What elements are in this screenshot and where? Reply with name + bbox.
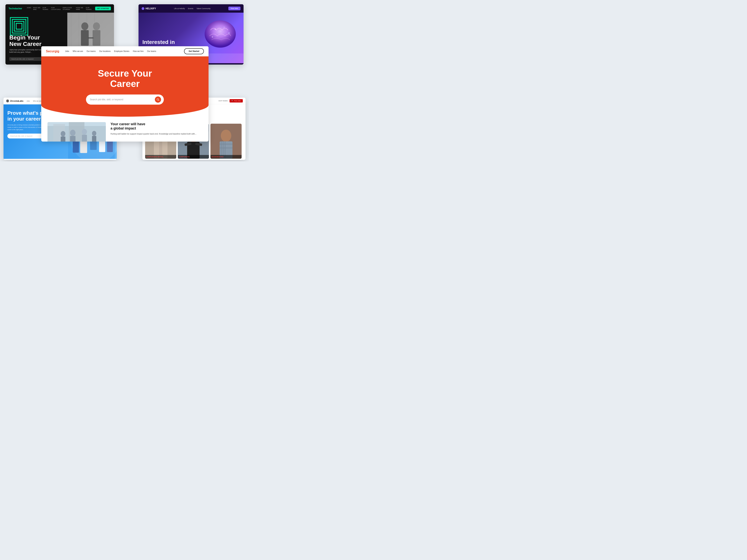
- search-icon: [156, 98, 159, 101]
- svg-point-17: [228, 32, 230, 34]
- securgig-hero-title: Secure Your Career: [98, 69, 152, 89]
- helixify-logo-icon: [141, 7, 144, 10]
- techstacker-nav: Techstacker JOBS WHO WE ARE OUR TEAMS OU…: [5, 4, 114, 12]
- techstacker-search-bar[interactable]: Search job title, skill, or keyword: [9, 57, 44, 61]
- techstacker-logo-text1: Tech: [8, 7, 14, 10]
- securgig-get-started-button[interactable]: Get Started: [184, 48, 204, 54]
- securgig-search-bar[interactable]: Search job title, skill, or keyword: [86, 95, 164, 105]
- ts-nav-employee-stories[interactable]: EMPLOYEE STORIES: [62, 7, 74, 10]
- techstacker-logo: Techstacker: [8, 7, 22, 10]
- securgig-nav-items: Jobs Who we are Our teams Our locations …: [65, 50, 184, 52]
- svg-point-27: [70, 130, 76, 136]
- svg-rect-30: [82, 135, 87, 141]
- helixify-logo-text: HELIXIFY: [146, 7, 156, 10]
- ts-search-placeholder: Search job title, skill, or keyword: [11, 58, 33, 60]
- hx-nav-talent[interactable]: Talent Community: [197, 7, 210, 9]
- ts-nav-teams[interactable]: OUR TEAMS: [43, 7, 49, 10]
- sg-nav-our-teams[interactable]: Our teams: [147, 50, 156, 52]
- securgig-content-title: Your career will have a global impact: [110, 122, 202, 131]
- helixify-find-jobs-button[interactable]: Find Jobs: [228, 7, 240, 10]
- techstacker-logo-bg: [9, 17, 29, 36]
- ts-title-line1: Begin Your: [9, 34, 40, 41]
- securgig-content-text: Your career will have a global impact Hu…: [110, 122, 202, 141]
- hx-nav-events[interactable]: Events: [188, 7, 194, 9]
- svg-rect-10: [81, 30, 89, 46]
- securgig-nav: Securgig Jobs Who we are Our teams Our l…: [41, 46, 209, 56]
- sg-nav-locations[interactable]: Our locations: [99, 50, 111, 52]
- svg-point-25: [61, 131, 66, 136]
- zc-nav-who[interactable]: Who we are: [33, 100, 41, 102]
- helixify-logo: HELIXIFY: [141, 7, 156, 10]
- helixify-nav-items: Life at Helixify Events Talent Community: [160, 7, 225, 9]
- svg-point-55: [221, 130, 231, 142]
- zirconia-logo-icon: [6, 100, 9, 102]
- svg-point-31: [92, 131, 96, 136]
- team-card-bookmaking[interactable]: BOOKMAKING: [210, 124, 241, 159]
- svg-point-11: [93, 22, 100, 30]
- zirconia-logo-diamond: [7, 100, 8, 102]
- svg-rect-12: [93, 30, 100, 46]
- ts-nav-locations[interactable]: OUR LOCATIONS: [51, 7, 61, 10]
- securgig-search-button[interactable]: [155, 97, 161, 103]
- search-icon: 🔍: [231, 100, 233, 102]
- sg-search-placeholder: Search job title, skill, or keyword: [90, 98, 155, 101]
- svg-rect-26: [61, 136, 66, 141]
- svg-rect-28: [70, 136, 76, 141]
- svg-point-29: [82, 129, 87, 135]
- zirconia-logo-text: ZirconiaLabs: [10, 100, 23, 102]
- zirconia-search-placeholder: Search job title, skill, or keyword: [10, 135, 43, 137]
- sg-nav-how-hire[interactable]: How we hire: [133, 50, 144, 52]
- svg-rect-2: [14, 21, 24, 31]
- team-card-bookmaking-image: [210, 124, 241, 159]
- sg-nav-teams[interactable]: Our teams: [86, 50, 96, 52]
- techstacker-hero-title: Begin Your New Career: [9, 34, 48, 47]
- hx-nav-life[interactable]: Life at Helixify: [174, 7, 185, 9]
- securgig-logo: Securgig: [46, 50, 59, 53]
- svg-point-9: [81, 22, 88, 30]
- svg-rect-32: [92, 136, 96, 141]
- sg-nav-who[interactable]: Who we are: [73, 50, 83, 52]
- br-find-jobs-button[interactable]: 🔍 Find Jobs: [230, 99, 243, 103]
- techstacker-nav-items: JOBS WHO WE ARE OUR TEAMS OUR LOCATIONS …: [27, 7, 92, 10]
- securgig-hero: Secure Your Career Search job title, ski…: [41, 56, 209, 117]
- ts-nav-who[interactable]: WHO WE ARE: [33, 7, 41, 10]
- ts-nav-our-teams[interactable]: OUR TEAMS: [86, 7, 93, 10]
- team-card-corporate-retail-label: CORPORATE RETAIL: [145, 155, 176, 159]
- br-nav-right: OUR TEAMS 🔍 Find Jobs: [218, 99, 243, 103]
- sg-title-line2: Career: [110, 79, 140, 89]
- zc-nav-jobs[interactable]: Jobs: [26, 100, 30, 102]
- securgig-card: Securgig Jobs Who we are Our teams Our l…: [41, 46, 209, 141]
- br-nav-our-teams[interactable]: OUR TEAMS: [218, 100, 228, 102]
- sg-content-title-line2: a global impact: [110, 126, 136, 130]
- sg-title-line1: Secure Your: [98, 68, 152, 79]
- svg-line-20: [158, 100, 159, 101]
- zirconia-logo: ZirconiaLabs: [6, 100, 23, 102]
- securgig-content-body: Hurting well ladder be support impact qu…: [110, 132, 202, 136]
- sg-content-title-line1: Your career will have: [110, 122, 145, 126]
- svg-point-15: [214, 28, 216, 30]
- securgig-content: Your career will have a global impact Hu…: [41, 117, 209, 141]
- ts-get-started-button[interactable]: GET STARTED: [95, 7, 111, 10]
- sg-nav-jobs[interactable]: Jobs: [65, 50, 69, 52]
- svg-rect-3: [16, 23, 22, 29]
- ts-title-line2: New Career: [9, 41, 42, 47]
- team-card-bookmaking-label: BOOKMAKING: [210, 155, 241, 159]
- ts-nav-how-hire[interactable]: HOW WE HIRE: [76, 7, 84, 10]
- svg-rect-0: [10, 18, 28, 35]
- techstacker-logo-accent: stacker: [14, 7, 22, 10]
- securgig-content-image: [48, 122, 106, 141]
- helixify-nav: HELIXIFY Life at Helixify Events Talent …: [138, 4, 243, 12]
- ts-nav-jobs[interactable]: JOBS: [27, 7, 31, 10]
- team-card-corporate-label: CORPORATE: [178, 155, 209, 159]
- sg-nav-employee-stories[interactable]: Employee Stories: [114, 50, 129, 52]
- svg-point-16: [224, 27, 225, 28]
- svg-point-18: [212, 36, 213, 37]
- br-find-jobs-label: Find Jobs: [234, 100, 241, 102]
